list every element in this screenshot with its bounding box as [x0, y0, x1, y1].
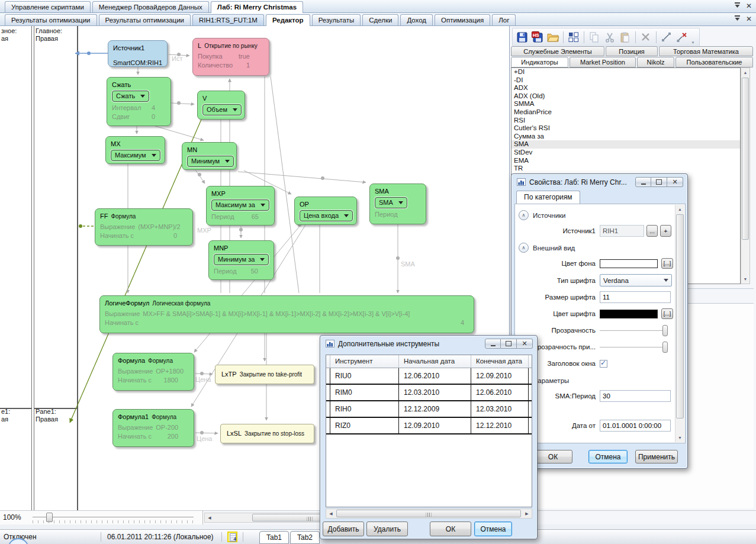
- main-tab-2[interactable]: Лаб: Ri Merry Christmas: [211, 1, 303, 13]
- list-item[interactable]: SMMA: [511, 100, 740, 108]
- scrollbar-thumb[interactable]: [742, 78, 749, 240]
- instruments-dialog[interactable]: Дополнительные инструменты ✕ ИнструментН…: [320, 335, 538, 539]
- button-ОК[interactable]: ОК: [430, 522, 471, 536]
- pin-panel-icon[interactable]: [734, 2, 741, 9]
- table-horizontal-scrollbar[interactable]: ◀ ▶: [326, 508, 532, 519]
- maximize-icon[interactable]: [651, 177, 667, 187]
- palette-tab-индикаторы[interactable]: Индикаторы: [511, 57, 568, 67]
- node-mnp[interactable]: MNPМинимум заПериод50: [208, 240, 274, 280]
- open-icon[interactable]: [546, 30, 560, 44]
- list-item[interactable]: +DI: [511, 68, 740, 76]
- column-header[interactable]: Конечная дата: [471, 355, 529, 368]
- slider-thumb[interactable]: [662, 342, 668, 353]
- column-header[interactable]: Инструмент: [330, 355, 399, 368]
- node-mx[interactable]: MXМаксимум: [105, 136, 165, 164]
- mnp-dropdown[interactable]: Минимум за: [214, 254, 269, 265]
- list-item[interactable]: -DI: [511, 76, 740, 85]
- color-picker-button[interactable]: [...]: [661, 258, 673, 269]
- sma-dropdown[interactable]: SMA: [375, 197, 407, 208]
- list-item[interactable]: MedianPrice: [511, 108, 740, 117]
- scroll-right-icon[interactable]: ▶: [522, 509, 532, 518]
- text-field[interactable]: [600, 390, 671, 402]
- list-item[interactable]: SMA: [511, 140, 740, 149]
- palette-tab-торговая-математика[interactable]: Торговая Математика: [659, 46, 753, 56]
- palette-tab-служебные-элементы[interactable]: Служебные Элементы: [511, 46, 604, 56]
- source-field[interactable]: [600, 225, 644, 237]
- button-Добавить[interactable]: Добавить: [323, 522, 364, 536]
- journal-icon[interactable]: 4: [227, 532, 237, 542]
- editor-tab-3[interactable]: Редактор: [266, 14, 310, 26]
- editor-tab-8[interactable]: Лог: [492, 14, 516, 25]
- properties-scrollbar[interactable]: ▲ ▼: [675, 205, 684, 442]
- scroll-left-icon[interactable]: ◀: [205, 513, 214, 522]
- editor-tab-6[interactable]: Доход: [400, 14, 433, 25]
- list-item[interactable]: RSI: [511, 117, 740, 125]
- text-field[interactable]: [600, 291, 671, 303]
- editor-tab-4[interactable]: Результаты: [312, 14, 361, 25]
- table-row[interactable]: RIH012.12.200912.03.2010: [326, 401, 532, 418]
- editor-tab-7[interactable]: Оптимизация: [435, 14, 490, 25]
- table-row[interactable]: RIU012.06.201012.09.2010: [326, 368, 532, 385]
- editor-tab-5[interactable]: Сделки: [362, 14, 398, 25]
- chevron-up-icon[interactable]: ∧: [519, 210, 529, 220]
- editor-tab-1[interactable]: Результаты оптимизации: [99, 14, 191, 25]
- chevron-up-icon[interactable]: ∧: [519, 243, 529, 253]
- palette-tab-позиция[interactable]: Позиция: [606, 46, 658, 56]
- op-dropdown[interactable]: Цена входа: [300, 210, 353, 221]
- button-...[interactable]: ...: [646, 225, 658, 237]
- node-formula[interactable]: ФормулаФормулаВыражениеOP+1800Начинать с…: [112, 353, 194, 391]
- scroll-left-icon[interactable]: ◀: [326, 509, 336, 518]
- toolbar-overflow-icon[interactable]: ▼: [690, 30, 696, 44]
- zoom-slider-track[interactable]: [33, 517, 194, 517]
- button-Удалить[interactable]: Удалить: [366, 522, 408, 536]
- disconnect-icon[interactable]: [675, 30, 689, 44]
- scroll-down-icon[interactable]: ▼: [675, 433, 684, 442]
- node-volume[interactable]: VОбъем: [197, 91, 245, 120]
- color-swatch[interactable]: [600, 310, 658, 318]
- node-open-long[interactable]: LОткрытие по рынкуПокупкаtrueКоличество1: [192, 38, 269, 76]
- slider[interactable]: [600, 342, 668, 353]
- close-icon[interactable]: ✕: [746, 2, 752, 9]
- close-icon[interactable]: ✕: [667, 177, 683, 187]
- button-Отмена[interactable]: Отмена: [588, 450, 628, 463]
- slider[interactable]: [600, 325, 668, 336]
- node-sma[interactable]: SMASMAПериод: [369, 184, 426, 224]
- node-compress[interactable]: СжатьСжатьИнтервал4Сдвиг0: [107, 77, 171, 126]
- checkbox[interactable]: [600, 360, 607, 368]
- list-item[interactable]: ADX (Old): [511, 92, 740, 101]
- status-tab-1[interactable]: Tab1: [259, 531, 289, 544]
- close-icon[interactable]: ✕: [746, 15, 752, 22]
- save-hs-icon[interactable]: HS: [530, 30, 545, 44]
- button-Применить[interactable]: Применить: [635, 450, 678, 463]
- node-ff[interactable]: FFФормулаВыражение(MXP+MNP)/2Начинать с0: [95, 208, 193, 246]
- column-header[interactable]: Начальная дата: [399, 355, 471, 368]
- minimize-icon[interactable]: [635, 177, 651, 187]
- paste-icon[interactable]: [618, 30, 632, 44]
- cut-icon[interactable]: [603, 30, 617, 44]
- main-tab-0[interactable]: Управление скриптами: [5, 1, 91, 12]
- node-mn[interactable]: MNМинимум: [182, 142, 237, 170]
- table-row[interactable]: RIZ012.09.201012.12.2010: [326, 418, 532, 434]
- font-select[interactable]: Verdana: [600, 274, 672, 287]
- button-+[interactable]: +: [660, 225, 671, 237]
- indicator-list-scrollbar[interactable]: ▲ ▼: [741, 67, 750, 284]
- node-lxsl[interactable]: LxSLЗакрытие по stop-loss: [220, 424, 314, 443]
- save-icon[interactable]: [515, 30, 529, 44]
- list-item[interactable]: Сумма за: [511, 133, 740, 141]
- editor-tab-0[interactable]: Результаты оптимизации: [5, 14, 97, 25]
- list-item[interactable]: StDev: [511, 149, 740, 157]
- editor-tab-2[interactable]: RIH1:RTS_FUT:1M: [192, 14, 264, 25]
- connect-icon[interactable]: [660, 30, 674, 44]
- mxp-dropdown[interactable]: Максимум за: [211, 199, 269, 211]
- copy-icon[interactable]: [587, 30, 601, 44]
- status-tab-2[interactable]: Tab2: [290, 531, 320, 544]
- table-row[interactable]: RIM012.03.201012.06.2010: [326, 385, 532, 401]
- node-source1[interactable]: Источник1SmartCOM:RIH1: [108, 40, 168, 67]
- mn-dropdown[interactable]: Минимум: [187, 156, 234, 167]
- blocks-icon[interactable]: [567, 30, 581, 44]
- scroll-down-icon[interactable]: ▼: [741, 275, 749, 284]
- slider-thumb[interactable]: [662, 325, 668, 336]
- pin-panel-icon[interactable]: [734, 15, 741, 22]
- node-lxtp[interactable]: LxTPЗакрытие по take-profit: [215, 365, 314, 384]
- scroll-up-icon[interactable]: ▲: [675, 205, 684, 214]
